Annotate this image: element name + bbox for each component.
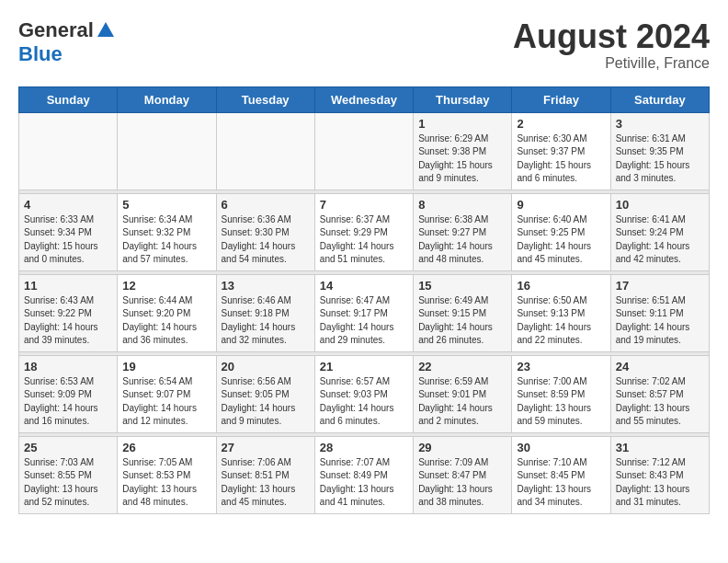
day-number: 11 — [24, 279, 112, 293]
day-info: Sunrise: 6:34 AM Sunset: 9:32 PM Dayligh… — [122, 213, 210, 267]
calendar-cell: 7Sunrise: 6:37 AM Sunset: 9:29 PM Daylig… — [314, 193, 413, 270]
day-info: Sunrise: 7:10 AM Sunset: 8:45 PM Dayligh… — [517, 456, 605, 510]
day-info: Sunrise: 6:33 AM Sunset: 9:34 PM Dayligh… — [24, 213, 112, 267]
day-number: 2 — [517, 117, 605, 131]
day-number: 10 — [616, 198, 704, 212]
day-info: Sunrise: 7:02 AM Sunset: 8:57 PM Dayligh… — [616, 375, 704, 429]
calendar-cell: 16Sunrise: 6:50 AM Sunset: 9:13 PM Dayli… — [512, 274, 610, 351]
calendar-week-5: 25Sunrise: 7:03 AM Sunset: 8:55 PM Dayli… — [19, 436, 710, 513]
day-info: Sunrise: 6:40 AM Sunset: 9:25 PM Dayligh… — [517, 213, 605, 267]
day-number: 9 — [517, 198, 605, 212]
calendar-week-2: 4Sunrise: 6:33 AM Sunset: 9:34 PM Daylig… — [19, 193, 710, 270]
day-number: 7 — [320, 198, 408, 212]
calendar-week-3: 11Sunrise: 6:43 AM Sunset: 9:22 PM Dayli… — [19, 274, 710, 351]
day-number: 19 — [122, 360, 210, 373]
day-info: Sunrise: 6:59 AM Sunset: 9:01 PM Dayligh… — [418, 375, 506, 429]
day-number: 3 — [616, 117, 704, 131]
day-info: Sunrise: 6:43 AM Sunset: 9:22 PM Dayligh… — [24, 294, 112, 348]
day-number: 24 — [616, 360, 704, 373]
day-number: 5 — [122, 198, 210, 212]
day-number: 15 — [418, 279, 506, 293]
logo-icon — [96, 20, 116, 40]
weekday-header-saturday: Saturday — [610, 86, 709, 112]
calendar-cell: 30Sunrise: 7:10 AM Sunset: 8:45 PM Dayli… — [512, 436, 610, 513]
day-number: 13 — [222, 279, 310, 293]
day-number: 27 — [222, 441, 310, 454]
day-number: 14 — [320, 279, 408, 293]
calendar-table: SundayMondayTuesdayWednesdayThursdayFrid… — [18, 86, 710, 514]
day-info: Sunrise: 7:09 AM Sunset: 8:47 PM Dayligh… — [418, 456, 506, 510]
location-text: Petiville, France — [513, 55, 710, 72]
calendar-week-4: 18Sunrise: 6:53 AM Sunset: 9:09 PM Dayli… — [19, 355, 710, 432]
day-info: Sunrise: 7:03 AM Sunset: 8:55 PM Dayligh… — [24, 456, 112, 510]
calendar-week-1: 1Sunrise: 6:29 AM Sunset: 9:38 PM Daylig… — [19, 112, 710, 190]
day-number: 28 — [320, 441, 408, 454]
day-info: Sunrise: 6:36 AM Sunset: 9:30 PM Dayligh… — [222, 213, 310, 267]
day-number: 31 — [616, 441, 704, 454]
calendar-cell: 31Sunrise: 7:12 AM Sunset: 8:43 PM Dayli… — [610, 436, 709, 513]
calendar-cell: 6Sunrise: 6:36 AM Sunset: 9:30 PM Daylig… — [216, 193, 314, 270]
calendar-cell: 28Sunrise: 7:07 AM Sunset: 8:49 PM Dayli… — [314, 436, 413, 513]
day-number: 25 — [24, 441, 112, 454]
month-title: August 2024 — [513, 18, 710, 55]
calendar-cell: 25Sunrise: 7:03 AM Sunset: 8:55 PM Dayli… — [19, 436, 118, 513]
day-info: Sunrise: 6:56 AM Sunset: 9:05 PM Dayligh… — [222, 375, 310, 429]
day-number: 29 — [418, 441, 506, 454]
calendar-cell — [216, 112, 314, 190]
calendar-cell: 24Sunrise: 7:02 AM Sunset: 8:57 PM Dayli… — [610, 355, 709, 432]
calendar-cell: 3Sunrise: 6:31 AM Sunset: 9:35 PM Daylig… — [610, 112, 709, 190]
calendar-cell: 12Sunrise: 6:44 AM Sunset: 9:20 PM Dayli… — [118, 274, 216, 351]
day-number: 12 — [122, 279, 210, 293]
calendar-cell: 9Sunrise: 6:40 AM Sunset: 9:25 PM Daylig… — [512, 193, 610, 270]
day-number: 16 — [517, 279, 605, 293]
calendar-cell: 14Sunrise: 6:47 AM Sunset: 9:17 PM Dayli… — [314, 274, 413, 351]
calendar-cell: 18Sunrise: 6:53 AM Sunset: 9:09 PM Dayli… — [19, 355, 118, 432]
page-header: General Blue August 2024 Petiville, Fran… — [18, 18, 710, 72]
logo: General Blue — [18, 18, 116, 66]
weekday-header-monday: Monday — [118, 86, 216, 112]
weekday-header-tuesday: Tuesday — [216, 86, 314, 112]
weekday-header-row: SundayMondayTuesdayWednesdayThursdayFrid… — [19, 86, 710, 112]
day-number: 30 — [517, 441, 605, 454]
day-info: Sunrise: 6:38 AM Sunset: 9:27 PM Dayligh… — [418, 213, 506, 267]
day-info: Sunrise: 6:49 AM Sunset: 9:15 PM Dayligh… — [418, 294, 506, 348]
calendar-cell: 15Sunrise: 6:49 AM Sunset: 9:15 PM Dayli… — [414, 274, 512, 351]
day-number: 1 — [418, 117, 506, 131]
day-info: Sunrise: 7:06 AM Sunset: 8:51 PM Dayligh… — [222, 456, 310, 510]
calendar-cell: 23Sunrise: 7:00 AM Sunset: 8:59 PM Dayli… — [512, 355, 610, 432]
day-number: 20 — [222, 360, 310, 373]
calendar-cell: 5Sunrise: 6:34 AM Sunset: 9:32 PM Daylig… — [118, 193, 216, 270]
weekday-header-thursday: Thursday — [414, 86, 512, 112]
day-info: Sunrise: 6:57 AM Sunset: 9:03 PM Dayligh… — [320, 375, 408, 429]
calendar-cell: 4Sunrise: 6:33 AM Sunset: 9:34 PM Daylig… — [19, 193, 118, 270]
day-number: 21 — [320, 360, 408, 373]
calendar-cell: 29Sunrise: 7:09 AM Sunset: 8:47 PM Dayli… — [414, 436, 512, 513]
calendar-cell: 19Sunrise: 6:54 AM Sunset: 9:07 PM Dayli… — [118, 355, 216, 432]
calendar-cell: 20Sunrise: 6:56 AM Sunset: 9:05 PM Dayli… — [216, 355, 314, 432]
calendar-cell: 2Sunrise: 6:30 AM Sunset: 9:37 PM Daylig… — [512, 112, 610, 190]
day-info: Sunrise: 6:31 AM Sunset: 9:35 PM Dayligh… — [616, 132, 704, 186]
day-number: 18 — [24, 360, 112, 373]
day-info: Sunrise: 6:30 AM Sunset: 9:37 PM Dayligh… — [517, 132, 605, 186]
calendar-cell — [19, 112, 118, 190]
calendar-cell: 1Sunrise: 6:29 AM Sunset: 9:38 PM Daylig… — [414, 112, 512, 190]
day-number: 8 — [418, 198, 506, 212]
day-info: Sunrise: 6:47 AM Sunset: 9:17 PM Dayligh… — [320, 294, 408, 348]
logo-general-text: General — [18, 18, 94, 42]
day-info: Sunrise: 6:53 AM Sunset: 9:09 PM Dayligh… — [24, 375, 112, 429]
calendar-cell: 11Sunrise: 6:43 AM Sunset: 9:22 PM Dayli… — [19, 274, 118, 351]
day-number: 4 — [24, 198, 112, 212]
day-info: Sunrise: 7:12 AM Sunset: 8:43 PM Dayligh… — [616, 456, 704, 510]
weekday-header-friday: Friday — [512, 86, 610, 112]
day-info: Sunrise: 6:46 AM Sunset: 9:18 PM Dayligh… — [222, 294, 310, 348]
day-info: Sunrise: 6:51 AM Sunset: 9:11 PM Dayligh… — [616, 294, 704, 348]
calendar-cell — [118, 112, 216, 190]
day-number: 23 — [517, 360, 605, 373]
logo-blue-text: Blue — [18, 42, 63, 66]
day-info: Sunrise: 7:05 AM Sunset: 8:53 PM Dayligh… — [122, 456, 210, 510]
day-info: Sunrise: 6:44 AM Sunset: 9:20 PM Dayligh… — [122, 294, 210, 348]
weekday-header-wednesday: Wednesday — [314, 86, 413, 112]
day-info: Sunrise: 7:07 AM Sunset: 8:49 PM Dayligh… — [320, 456, 408, 510]
day-info: Sunrise: 6:37 AM Sunset: 9:29 PM Dayligh… — [320, 213, 408, 267]
calendar-cell: 22Sunrise: 6:59 AM Sunset: 9:01 PM Dayli… — [414, 355, 512, 432]
